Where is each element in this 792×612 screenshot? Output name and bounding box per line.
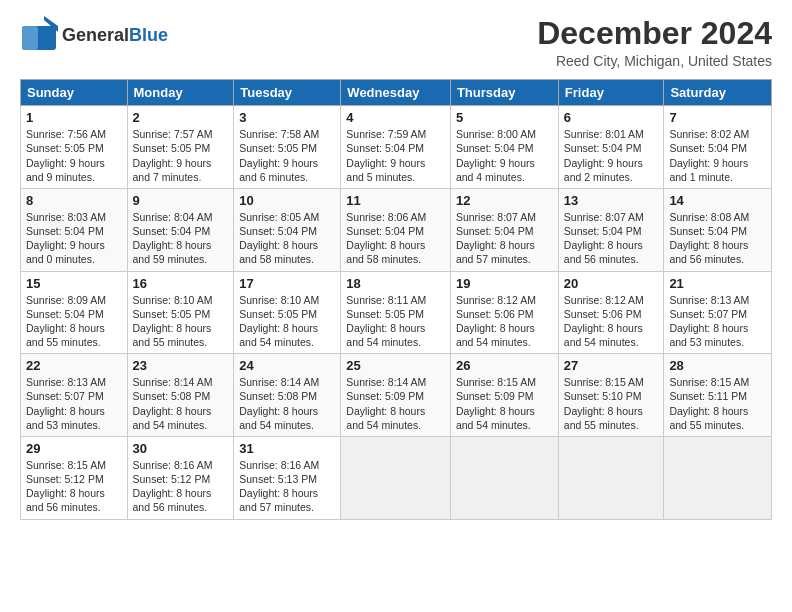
day-number: 2 xyxy=(133,110,229,125)
header-monday: Monday xyxy=(127,80,234,106)
calendar-week-row: 1Sunrise: 7:56 AMSunset: 5:05 PMDaylight… xyxy=(21,106,772,189)
day-info: Sunrise: 8:09 AMSunset: 5:04 PMDaylight:… xyxy=(26,293,122,350)
calendar-week-row: 22Sunrise: 8:13 AMSunset: 5:07 PMDayligh… xyxy=(21,354,772,437)
day-info-line: Sunset: 5:04 PM xyxy=(346,224,445,238)
day-number: 12 xyxy=(456,193,553,208)
day-info-line: Daylight: 8 hours and 54 minutes. xyxy=(346,321,445,349)
day-info-line: Daylight: 8 hours and 54 minutes. xyxy=(133,404,229,432)
day-info-line: Sunset: 5:05 PM xyxy=(239,141,335,155)
day-number: 10 xyxy=(239,193,335,208)
day-info-line: Daylight: 8 hours and 56 minutes. xyxy=(669,238,766,266)
table-row: 24Sunrise: 8:14 AMSunset: 5:08 PMDayligh… xyxy=(234,354,341,437)
day-info-line: Sunset: 5:05 PM xyxy=(239,307,335,321)
day-info-line: Daylight: 8 hours and 55 minutes. xyxy=(133,321,229,349)
day-info-line: Sunset: 5:05 PM xyxy=(133,141,229,155)
day-info-line: Sunset: 5:04 PM xyxy=(669,141,766,155)
day-number: 20 xyxy=(564,276,659,291)
day-info: Sunrise: 8:12 AMSunset: 5:06 PMDaylight:… xyxy=(456,293,553,350)
table-row: 31Sunrise: 8:16 AMSunset: 5:13 PMDayligh… xyxy=(234,436,341,519)
day-info-line: Sunrise: 8:15 AM xyxy=(669,375,766,389)
day-info-line: Sunrise: 8:05 AM xyxy=(239,210,335,224)
day-number: 19 xyxy=(456,276,553,291)
day-number: 11 xyxy=(346,193,445,208)
page: GeneralBlue December 2024 Reed City, Mic… xyxy=(0,0,792,612)
day-info: Sunrise: 8:14 AMSunset: 5:08 PMDaylight:… xyxy=(239,375,335,432)
table-row: 2Sunrise: 7:57 AMSunset: 5:05 PMDaylight… xyxy=(127,106,234,189)
day-info-line: Sunset: 5:05 PM xyxy=(133,307,229,321)
day-number: 27 xyxy=(564,358,659,373)
day-info-line: Sunset: 5:04 PM xyxy=(456,141,553,155)
svg-rect-1 xyxy=(22,26,38,50)
logo-icon xyxy=(20,16,58,54)
day-info-line: Sunrise: 7:58 AM xyxy=(239,127,335,141)
day-info-line: Sunrise: 7:56 AM xyxy=(26,127,122,141)
day-info-line: Daylight: 8 hours and 53 minutes. xyxy=(26,404,122,432)
table-row xyxy=(450,436,558,519)
day-info-line: Daylight: 9 hours and 0 minutes. xyxy=(26,238,122,266)
day-info-line: Sunrise: 8:14 AM xyxy=(239,375,335,389)
day-info-line: Sunrise: 8:13 AM xyxy=(26,375,122,389)
header-sunday: Sunday xyxy=(21,80,128,106)
day-info: Sunrise: 8:00 AMSunset: 5:04 PMDaylight:… xyxy=(456,127,553,184)
calendar-week-row: 8Sunrise: 8:03 AMSunset: 5:04 PMDaylight… xyxy=(21,188,772,271)
header-thursday: Thursday xyxy=(450,80,558,106)
day-info-line: Sunrise: 8:06 AM xyxy=(346,210,445,224)
day-number: 1 xyxy=(26,110,122,125)
day-info-line: Sunset: 5:05 PM xyxy=(26,141,122,155)
day-info-line: Sunset: 5:07 PM xyxy=(26,389,122,403)
day-info: Sunrise: 8:15 AMSunset: 5:11 PMDaylight:… xyxy=(669,375,766,432)
table-row: 23Sunrise: 8:14 AMSunset: 5:08 PMDayligh… xyxy=(127,354,234,437)
day-info: Sunrise: 8:16 AMSunset: 5:13 PMDaylight:… xyxy=(239,458,335,515)
header-friday: Friday xyxy=(558,80,664,106)
day-number: 18 xyxy=(346,276,445,291)
day-info-line: Sunset: 5:11 PM xyxy=(669,389,766,403)
day-info: Sunrise: 8:12 AMSunset: 5:06 PMDaylight:… xyxy=(564,293,659,350)
day-info: Sunrise: 8:14 AMSunset: 5:08 PMDaylight:… xyxy=(133,375,229,432)
location: Reed City, Michigan, United States xyxy=(537,53,772,69)
day-info-line: Sunrise: 8:10 AM xyxy=(239,293,335,307)
day-info-line: Sunset: 5:04 PM xyxy=(564,224,659,238)
table-row xyxy=(341,436,451,519)
header: GeneralBlue December 2024 Reed City, Mic… xyxy=(20,16,772,69)
day-info: Sunrise: 7:58 AMSunset: 5:05 PMDaylight:… xyxy=(239,127,335,184)
day-number: 17 xyxy=(239,276,335,291)
day-number: 21 xyxy=(669,276,766,291)
day-number: 31 xyxy=(239,441,335,456)
day-info-line: Daylight: 8 hours and 54 minutes. xyxy=(346,404,445,432)
day-info-line: Daylight: 8 hours and 53 minutes. xyxy=(669,321,766,349)
day-info-line: Sunrise: 8:02 AM xyxy=(669,127,766,141)
day-info: Sunrise: 7:56 AMSunset: 5:05 PMDaylight:… xyxy=(26,127,122,184)
day-info: Sunrise: 8:13 AMSunset: 5:07 PMDaylight:… xyxy=(669,293,766,350)
day-info-line: Daylight: 9 hours and 2 minutes. xyxy=(564,156,659,184)
table-row: 3Sunrise: 7:58 AMSunset: 5:05 PMDaylight… xyxy=(234,106,341,189)
day-number: 14 xyxy=(669,193,766,208)
day-number: 29 xyxy=(26,441,122,456)
table-row: 19Sunrise: 8:12 AMSunset: 5:06 PMDayligh… xyxy=(450,271,558,354)
table-row: 28Sunrise: 8:15 AMSunset: 5:11 PMDayligh… xyxy=(664,354,772,437)
day-info: Sunrise: 8:05 AMSunset: 5:04 PMDaylight:… xyxy=(239,210,335,267)
day-info: Sunrise: 8:15 AMSunset: 5:12 PMDaylight:… xyxy=(26,458,122,515)
day-info-line: Daylight: 9 hours and 6 minutes. xyxy=(239,156,335,184)
day-number: 6 xyxy=(564,110,659,125)
day-number: 3 xyxy=(239,110,335,125)
day-info-line: Sunset: 5:05 PM xyxy=(346,307,445,321)
day-info: Sunrise: 8:07 AMSunset: 5:04 PMDaylight:… xyxy=(456,210,553,267)
day-number: 22 xyxy=(26,358,122,373)
table-row: 30Sunrise: 8:16 AMSunset: 5:12 PMDayligh… xyxy=(127,436,234,519)
day-info-line: Sunrise: 8:15 AM xyxy=(456,375,553,389)
day-info-line: Daylight: 9 hours and 7 minutes. xyxy=(133,156,229,184)
day-info-line: Sunset: 5:06 PM xyxy=(456,307,553,321)
day-info-line: Sunset: 5:10 PM xyxy=(564,389,659,403)
day-info-line: Sunset: 5:04 PM xyxy=(239,224,335,238)
day-info: Sunrise: 8:11 AMSunset: 5:05 PMDaylight:… xyxy=(346,293,445,350)
day-info-line: Daylight: 8 hours and 54 minutes. xyxy=(456,321,553,349)
day-info-line: Sunrise: 8:07 AM xyxy=(456,210,553,224)
day-info-line: Sunset: 5:04 PM xyxy=(669,224,766,238)
day-info-line: Sunset: 5:06 PM xyxy=(564,307,659,321)
day-number: 15 xyxy=(26,276,122,291)
day-info-line: Daylight: 8 hours and 56 minutes. xyxy=(564,238,659,266)
day-info: Sunrise: 8:02 AMSunset: 5:04 PMDaylight:… xyxy=(669,127,766,184)
day-info-line: Daylight: 8 hours and 54 minutes. xyxy=(239,404,335,432)
day-info: Sunrise: 7:59 AMSunset: 5:04 PMDaylight:… xyxy=(346,127,445,184)
day-info: Sunrise: 8:01 AMSunset: 5:04 PMDaylight:… xyxy=(564,127,659,184)
